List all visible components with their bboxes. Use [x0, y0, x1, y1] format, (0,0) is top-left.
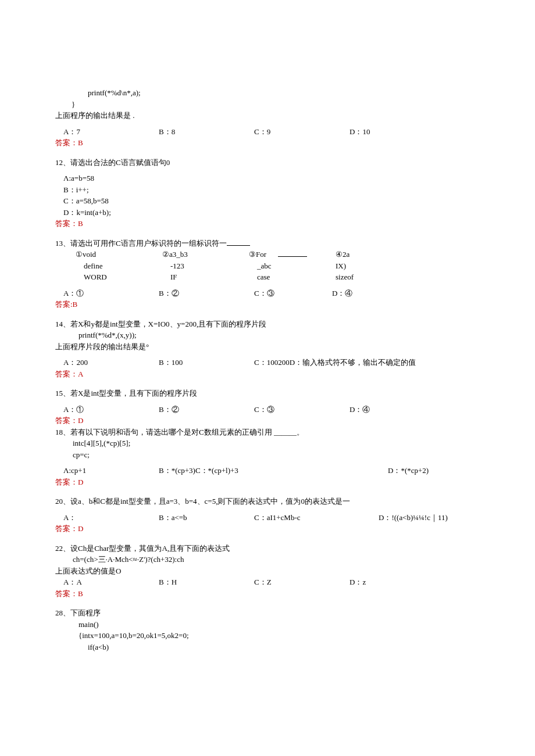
q15-opt-a: A：① [55, 404, 151, 415]
q14-opt-b: B：100 [151, 357, 246, 368]
q13-c3r1: ③For [249, 249, 336, 260]
q18-options: Λ:cp+1 B：*(cp+3)C：*(cp+l)+3 D：*(*cp+2) [55, 465, 480, 476]
q11-stem: 上面程序的输出结果是 . [55, 110, 480, 121]
q13-stem-text: 13、请选出可用作C语言用户标识符的一组标识符一 [55, 239, 227, 248]
q15-answer: 答案：D [55, 415, 480, 427]
q12-opt-a: Λ:a=b=58 [55, 173, 480, 184]
q13-c3r2: _abc [249, 260, 336, 272]
q11-answer: 答案：B [55, 137, 480, 149]
q14-answer: 答案：A [55, 368, 480, 380]
q14-stem2: 上面程序片段的输出结果是° [55, 341, 480, 353]
q13-c1r1: ①void [76, 249, 162, 260]
q13-c1r3: WORD [76, 271, 162, 283]
q18-code1: intc[4][5],(*cp)[5]; [55, 438, 480, 449]
q18-opt-a: Λ:cp+1 [55, 465, 151, 476]
q13-options: A：① B：② C：③ D：④ [55, 288, 480, 299]
q13-blank [227, 245, 250, 246]
q28-code2: {intx=100,a=10,b=20,ok1=5,ok2=0; [55, 630, 480, 642]
q13-c2r3: IF [162, 271, 249, 283]
q12-opt-d: D：k=int(a+b); [55, 207, 480, 218]
q22-stem1: 22、设Ch是Char型变量，其值为A,且有下面的表达式 [55, 543, 480, 554]
q11-opt-a: A：7 [55, 126, 151, 138]
q13-c2r1: ②a3_b3 [162, 249, 249, 260]
q12-opt-c: C：a=58,b=58 [55, 195, 480, 207]
q20-options: A： B：a<=b C：aI1+cMb-c D：!((a<b)¼¼!c｜11) [55, 512, 480, 524]
q13-opt-b: B：② [151, 288, 246, 299]
q13-table: ①void ②a3_b3 ③For ④2a define -123 _abc I… [76, 249, 414, 283]
q11-opt-c: C：9 [246, 126, 341, 138]
q13-opt-c: C：③ [246, 288, 324, 299]
q13-c4r3: sizeof [336, 271, 414, 283]
q13-c3r1-text: ③For [249, 250, 266, 259]
table-row: define -123 _abc IX) [76, 260, 414, 272]
q14-opt-c: C：100200D：输入格式符不够，输出不确定的值 [246, 357, 416, 368]
q11-opt-d: D：10 [341, 126, 370, 138]
q13-stem: 13、请选出可用作C语言用户标识符的一组标识符一 [55, 238, 480, 249]
q13-opt-a: A：① [55, 288, 151, 299]
q18-stem: 18、若有以下说明和语句，请选出哪个是对C数组元素的正确引用 ______。 [55, 427, 480, 438]
q18-answer: 答案：D [55, 476, 480, 488]
q13-c3r2-text: _abc [257, 261, 272, 270]
q14-stem1: 14、若X和y都是int型变量，X=IO0、y=200,且有下面的程序片段 [55, 318, 480, 330]
q13-c3r3: case [249, 271, 336, 283]
q22-opt-a: A：A [55, 576, 151, 588]
q20-opt-a: A： [55, 512, 151, 524]
q13-c2r2: -123 [162, 260, 249, 272]
q22-code: ch=(ch>三·A·Mch<≈·Z')?(ch+32):ch [55, 554, 480, 565]
q11-code-2: } [55, 99, 480, 110]
q20-stem: 20、设a、b和C都是int型变量，且a=3、b=4、c=5,则下面的表达式中，… [55, 496, 480, 507]
q22-answer: 答案：B [55, 588, 480, 600]
q13-opt-d: D：④ [324, 288, 352, 299]
q22-options: A：A B：H C：Z D：z [55, 576, 480, 588]
table-row: WORD IF case sizeof [76, 271, 414, 283]
q18-code2: cp=c; [55, 449, 480, 461]
q15-options: A：① B：② C：③ D：④ [55, 404, 480, 415]
q20-opt-d: D：!((a<b)¼¼!c｜11) [370, 512, 448, 524]
q22-opt-b: B：H [151, 576, 246, 588]
q13-answer: 答案:B [55, 299, 480, 310]
q22-stem2: 上面表达式的值是O [55, 565, 480, 577]
q28-stem: 28、下面程序 [55, 607, 480, 619]
q14-options: A：200 B：100 C：100200D：输入格式符不够，输出不确定的值 [55, 357, 480, 368]
q11-options: A：7 B：8 C：9 D：10 [55, 126, 480, 138]
q15-opt-d: D：④ [341, 404, 370, 415]
q11-code-1: printf(*%d\n*,a); [55, 87, 480, 99]
q13-c4r1: ④2a [336, 249, 414, 260]
q18-opt-b: B：*(cp+3)C：*(cp+l)+3 [151, 465, 380, 476]
q28-code3: if(a<b) [55, 642, 480, 653]
q13-c4r2: IX) [336, 260, 414, 272]
q20-opt-b: B：a<=b [151, 512, 246, 524]
q13-overline [278, 256, 307, 257]
q28-code1: main() [55, 619, 480, 630]
q14-code: printf(*%d*,(x,y)); [55, 329, 480, 341]
q20-answer: 答案：D [55, 523, 480, 535]
q15-opt-b: B：② [151, 404, 246, 415]
q22-opt-c: C：Z [246, 576, 341, 588]
q15-stem: 15、若X是int型变量，且有下面的程序片段 [55, 388, 480, 399]
q12-stem: 12、请选出合法的C语言赋值语句0 [55, 157, 480, 169]
q18-opt-d: D：*(*cp+2) [380, 465, 429, 476]
q14-opt-a: A：200 [55, 357, 151, 368]
q13-c1r2: define [76, 260, 162, 272]
q22-opt-d: D：z [341, 576, 366, 588]
q11-opt-b: B：8 [151, 126, 246, 138]
q20-opt-c: C：aI1+cMb-c [246, 512, 370, 524]
q15-opt-c: C：③ [246, 404, 341, 415]
q12-answer: 答案：B [55, 218, 480, 230]
table-row: ①void ②a3_b3 ③For ④2a [76, 249, 414, 260]
q12-opt-b: B：i++; [55, 184, 480, 196]
